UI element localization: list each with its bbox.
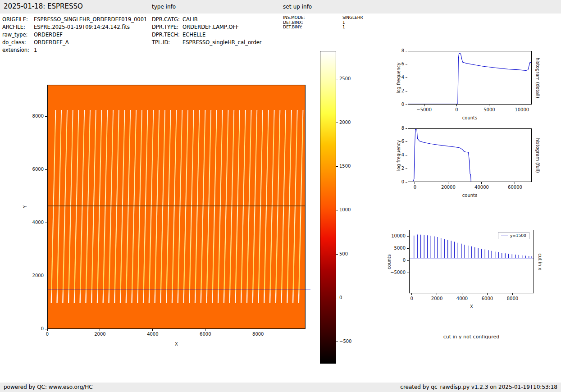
cut-in-x-y-tick — [407, 273, 409, 273]
cut-in-x-y-tick — [407, 260, 409, 261]
info-value: ORDERDEF_A — [34, 39, 69, 46]
histogram-detail-x-tick — [522, 105, 522, 106]
raw-image-x-tick — [205, 329, 205, 331]
colorbar-tick-label: 2000 — [339, 120, 351, 125]
histogram-detail-xlabel: counts — [452, 115, 488, 120]
colorbar-tick-label: 2500 — [339, 76, 351, 81]
raw-image-plot — [47, 85, 312, 329]
raw-image-x-tick-label: 8000 — [242, 332, 274, 337]
histogram-full-x-tick — [415, 182, 415, 184]
colorbar-tick-label: 1500 — [339, 164, 351, 169]
histogram-detail-y-tick-label: 0 — [374, 102, 404, 107]
histogram-full-x-tick — [448, 182, 448, 184]
histogram-detail-x-tick-label: 5000 — [474, 107, 505, 112]
histogram-full-y-tick — [406, 128, 407, 129]
histogram-full-ylabel: log frequency — [396, 140, 401, 171]
setup-info-row: INS.MODE:SINGLEHR — [283, 15, 363, 20]
type-info-row: TPL.ID:ESPRESSO_singleHR_cal_order — [152, 39, 262, 46]
type-info-row: DPR.TECH:ECHELLE — [152, 32, 205, 38]
raw-image-y-tick — [45, 329, 47, 329]
raw-image-x-tick — [152, 329, 153, 331]
histogram-detail-x-tick-label: −5000 — [408, 107, 440, 112]
histogram-detail-x-tick-label: 10000 — [506, 107, 538, 112]
histogram-detail-y-tick — [406, 51, 407, 51]
raw-image-y-tick — [45, 116, 47, 117]
cut-in-x-y-tick-label: −5000 — [375, 270, 406, 275]
colorbar-tick-label: 0 — [339, 295, 342, 300]
raw-image-x-tick-label: 4000 — [137, 332, 169, 337]
file-info-row: ARCFILE:ESPRE.2025-01-19T09:14:24.142.fi… — [2, 24, 130, 30]
histogram-detail-y-tick-label: 8 — [374, 48, 404, 53]
cut-in-x-y-tick-label: 5000 — [375, 246, 406, 251]
cut-in-y-note: cut in y not configured — [426, 334, 516, 340]
page-title: 2025-01-18: ESPRESSO — [4, 2, 83, 10]
histogram-detail-x-tick-label: 0 — [441, 107, 473, 112]
cut-in-x-x-tick — [437, 293, 437, 295]
raw-image-y-tick-label: 0 — [14, 326, 44, 331]
header-bar: 2025-01-18: ESPRESSO type info set-up in… — [0, 0, 561, 14]
setup-info-row: DET.BINY:1 — [283, 25, 345, 29]
histogram-detail-right-label: histogram (detail) — [535, 58, 540, 98]
cut-in-x-x-tick-label: 8000 — [497, 296, 528, 301]
info-value: SINGLEHR — [342, 15, 363, 20]
histogram-detail-y-tick — [406, 91, 407, 91]
info-value: ORDERDEF,LAMP,OFF — [182, 24, 239, 30]
cut-in-x-right-label: cut in x — [538, 253, 543, 270]
raw-image-y-tick-label: 8000 — [14, 114, 44, 119]
colorbar-tick — [336, 210, 338, 210]
legend-line-swatch — [501, 236, 508, 236]
info-label: ARCFILE: — [2, 24, 34, 30]
histogram-detail-y-tick — [406, 64, 407, 64]
info-label: TPL.ID: — [152, 39, 182, 46]
raw-image-x-tick-label: 6000 — [190, 332, 221, 337]
raw-image-y-tick-label: 4000 — [14, 220, 44, 225]
cut-in-x-x-tick — [487, 293, 488, 295]
histogram-full-x-tick-label: 20000 — [433, 185, 464, 190]
histogram-full-right-label: histogram (full) — [535, 138, 540, 173]
info-label: raw_type: — [2, 32, 34, 38]
file-info-row: do_class:ORDERDEF_A — [2, 39, 69, 46]
type-info-heading: type info — [152, 4, 176, 10]
info-value: ESPRE.2025-01-19T09:14:24.142.fits — [34, 24, 130, 30]
histogram-detail-x-tick — [456, 105, 457, 106]
info-label: ORIGFILE: — [2, 16, 34, 23]
legend-label: y=1500 — [510, 233, 526, 238]
colorbar-tick — [336, 254, 338, 255]
info-value: 1 — [34, 47, 37, 53]
histogram-full-x-tick — [481, 182, 482, 184]
histogram-detail-curve — [408, 51, 531, 104]
raw-image-y-tick — [45, 276, 47, 276]
cut-in-x-legend: y=1500 — [498, 232, 529, 239]
histogram-detail-y-tick — [406, 77, 407, 78]
info-label: extension: — [2, 47, 34, 53]
histogram-full-y-tick-label: 0 — [374, 179, 404, 184]
info-label: DPR.TECH: — [152, 32, 182, 38]
colorbar-tick — [336, 298, 338, 298]
colorbar-tick-label: 1000 — [339, 207, 351, 212]
info-value: ORDERDEF — [34, 32, 63, 38]
colorbar-tick — [336, 166, 338, 167]
raw-image-x-tick — [258, 329, 258, 331]
info-value: 1 — [342, 25, 345, 29]
colorbar-tick — [336, 79, 338, 79]
raw-image-x-tick — [47, 329, 48, 331]
info-label: DPR.TYPE: — [152, 24, 182, 30]
cut-in-x-x-tick — [462, 293, 462, 295]
file-info-row: extension:1 — [2, 47, 37, 53]
raw-image-canvas — [47, 85, 312, 329]
info-value: 1 — [342, 20, 345, 25]
raw-image-y-tick-label: 2000 — [14, 273, 44, 278]
raw-image-x-tick — [100, 329, 100, 331]
raw-image-y-tick-label: 6000 — [14, 167, 44, 172]
histogram-detail-x-tick — [489, 105, 489, 106]
footer-right-text: created by qc_rawdisp.py v1.2.3 on 2025-… — [400, 384, 557, 390]
histogram-full-x-tick-label: 0 — [399, 185, 431, 190]
histogram-detail-x-tick — [424, 105, 424, 106]
colorbar-tick — [336, 342, 338, 342]
histogram-full-y-tick-label: 8 — [374, 126, 404, 131]
colorbar-tick — [336, 123, 338, 123]
info-label: DET.BINY: — [283, 25, 342, 29]
info-value: ECHELLE — [182, 32, 205, 38]
cut-in-x-plot — [409, 230, 534, 293]
cut-in-x-y-tick — [407, 248, 409, 249]
